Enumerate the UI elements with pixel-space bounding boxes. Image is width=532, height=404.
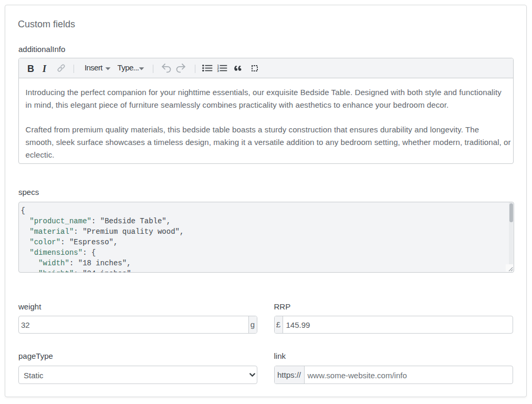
svg-text:3: 3 (217, 69, 220, 72)
